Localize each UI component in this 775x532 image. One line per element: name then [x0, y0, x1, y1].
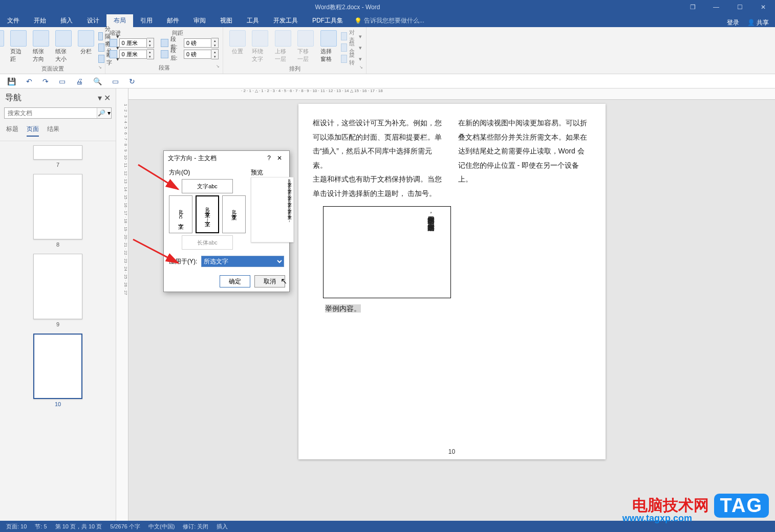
preview-label: 预览 [251, 168, 294, 177]
group-icon [341, 43, 347, 52]
thumb-7[interactable] [33, 145, 82, 160]
tab-home[interactable]: 开始 [27, 14, 53, 27]
thumb-10[interactable] [33, 334, 82, 399]
hyphen-icon [98, 55, 104, 63]
orient-left[interactable]: abc文字 [169, 195, 192, 233]
col1-text: 框设计，这些设计可互为补充。例如，您可以添加匹配的封面、页眉和提要栏。单击“插入… [313, 119, 442, 197]
qat-btn-6[interactable]: 🔍 [93, 77, 102, 85]
ok-button[interactable]: 确定 [220, 275, 250, 287]
indent-left-input[interactable]: ▴▾ [119, 38, 154, 48]
redo-button[interactable]: ↷ [42, 77, 49, 85]
login-link[interactable]: 登录 [727, 18, 739, 27]
nav-close-icon[interactable]: ✕ [104, 93, 111, 103]
rotate-icon [341, 55, 347, 63]
close-icon[interactable]: ✕ [751, 0, 775, 14]
ribbon: 文字方向 页边距 纸张方向 纸张大小 分栏 分隔符 ▾ 行号 ▾ 断字 ▾ 页面… [0, 27, 775, 74]
vertical-ruler[interactable]: 1 · 2 · 3 · 4 · 5 · 6 · 7 · 8 · 9 · 10 ·… [116, 88, 128, 521]
space-before-icon [161, 39, 168, 47]
minimize-icon[interactable]: — [704, 0, 728, 14]
group-arrange: 位置 环绕文字 上移一层 下移一层 选择窗格 对齐 ▾ 组合 ▾ 旋转 ▾ 排列 [223, 27, 367, 74]
group-page-setup: 文字方向 页边距 纸张方向 纸张大小 分栏 分隔符 ▾ 行号 ▾ 断字 ▾ 页面… [0, 27, 105, 74]
send-backward-button[interactable]: 下移一层 [295, 29, 316, 64]
tab-mail[interactable]: 邮件 [160, 14, 186, 27]
undo-button[interactable]: ↶ [26, 77, 32, 85]
bring-forward-button[interactable]: 上移一层 [273, 29, 294, 64]
tab-pdf[interactable]: PDF工具集 [305, 14, 350, 27]
share-button[interactable]: 👤 共享 [747, 18, 769, 27]
orient-horizontal[interactable]: 文字abc [182, 179, 233, 193]
vertical-text-box[interactable]: 这里是举例文字内容，这里是举例文字内容。 [323, 206, 451, 298]
thumb-9[interactable] [33, 254, 82, 319]
status-page[interactable]: 页面: 10 [6, 523, 27, 530]
space-before-input[interactable]: ▴▾ [184, 38, 219, 48]
dialog-title: 文字方向 - 主文档 [168, 154, 264, 163]
ribbon-tabs: 文件 开始 插入 设计 布局 引用 邮件 审阅 视图 工具 开发工具 PDF工具… [0, 14, 775, 27]
orient-right[interactable]: 文字abc [222, 195, 246, 233]
position-button[interactable]: 位置 [227, 29, 248, 56]
qat-btn-7[interactable]: ▭ [112, 77, 119, 85]
nav-search[interactable]: 🔎 ▾ [4, 107, 112, 119]
horizontal-ruler[interactable]: · 2 · 1 · △ · 1 · 2 · 3 · 4 · 5 · 6 · 7 … [128, 88, 775, 100]
nav-tab-pages[interactable]: 页面 [27, 125, 39, 137]
tab-insert[interactable]: 插入 [53, 14, 80, 27]
search-icon[interactable]: 🔎 ▾ [97, 108, 111, 118]
columns-button[interactable]: 分栏 [76, 29, 96, 56]
qat-btn-4[interactable]: ▭ [59, 77, 66, 85]
indent-right-input[interactable]: ▴▾ [119, 49, 154, 59]
group-label-paragraph: 段落 [110, 63, 219, 72]
indent-right-icon [110, 50, 117, 58]
tab-references[interactable]: 引用 [133, 14, 160, 27]
search-input[interactable] [5, 108, 97, 118]
direction-label: 方向(O) [169, 168, 246, 177]
status-section[interactable]: 节: 5 [35, 523, 47, 530]
nav-dropdown-icon[interactable]: ▾ [98, 93, 102, 103]
selected-text[interactable]: 举例内容。 [325, 304, 361, 313]
tell-me[interactable]: 💡告诉我您想要做什么... [350, 14, 428, 27]
dialog-help-icon[interactable]: ? [264, 154, 274, 162]
maximize-icon[interactable]: ☐ [728, 0, 751, 14]
nav-tab-headings[interactable]: 标题 [6, 125, 18, 137]
qat-btn-8[interactable]: ↻ [129, 77, 135, 85]
orient-vertical-center[interactable]: 文字abc文字→ [196, 195, 219, 233]
tab-review[interactable]: 审阅 [186, 14, 213, 27]
status-track[interactable]: 修订: 关闭 [183, 523, 208, 530]
group-paragraph: 缩进间距 ▴▾ 段前: ▴▾ ▴▾ 段后: ▴▾ 段落 [105, 27, 223, 74]
status-words[interactable]: 5/2676 个字 [110, 523, 140, 530]
watermark: 电脑技术网 www.tagxp.com TAG [632, 494, 769, 518]
page-thumbnails[interactable]: 7 8 9 10 [0, 141, 116, 521]
tab-dev[interactable]: 开发工具 [266, 14, 305, 27]
paper-size-button[interactable]: 纸张大小 [53, 29, 74, 64]
align-icon [341, 32, 347, 40]
col2-text: 击加号。 在新的阅读视图中阅读更加容易。可以折叠文档某些部分并关注所需文本。如果… [407, 119, 587, 197]
dialog-close-icon[interactable]: ✕ [274, 154, 285, 162]
nav-tab-results[interactable]: 结果 [47, 125, 59, 137]
quick-access-toolbar: 💾 ↶ ↷ ▭ 🖨 🔍 ▭ ↻ [0, 74, 775, 88]
navigation-pane: 导航 ▾✕ 🔎 ▾ 标题 页面 结果 7 8 9 10 [0, 88, 116, 521]
tab-tools[interactable]: 工具 [240, 14, 266, 27]
space-after-input[interactable]: ▴▾ [184, 49, 219, 59]
apply-to-select[interactable]: 所选文字 [201, 256, 284, 267]
qat-btn-5[interactable]: 🖨 [76, 77, 83, 85]
window-title: Word教程2.docx - Word [14, 3, 681, 12]
tab-design[interactable]: 设计 [80, 14, 106, 27]
thumb-8[interactable] [33, 174, 82, 239]
tab-view[interactable]: 视图 [213, 14, 240, 27]
status-insert[interactable]: 插入 [217, 523, 228, 530]
orient-rotated[interactable]: 长体abc [182, 235, 233, 250]
group-label-page-setup: 页面设置 [4, 64, 101, 73]
tab-file[interactable]: 文件 [0, 14, 27, 27]
selection-pane-button[interactable]: 选择窗格 [318, 29, 339, 64]
rotate-button[interactable]: 旋转 ▾ [341, 54, 362, 64]
page-margin-button[interactable]: 页边距 [8, 29, 29, 64]
wrap-text-button[interactable]: 环绕文字 [250, 29, 271, 64]
paper-direction-button[interactable]: 纸张方向 [31, 29, 51, 64]
ribbon-options-icon[interactable]: ❐ [681, 0, 704, 14]
page-10[interactable]: 框设计，这些设计可互为补充。例如，您可以添加匹配的封面、页眉和提要栏。单击“插入… [298, 104, 606, 459]
nav-title: 导航 [5, 93, 21, 103]
tag-badge: TAG [714, 494, 769, 518]
status-pages[interactable]: 第 10 页，共 10 页 [55, 523, 102, 530]
space-after-icon [161, 50, 168, 58]
text-direction-button[interactable]: 文字方向 [0, 29, 6, 64]
save-button[interactable]: 💾 [7, 77, 16, 85]
status-lang[interactable]: 中文(中国) [148, 523, 175, 530]
